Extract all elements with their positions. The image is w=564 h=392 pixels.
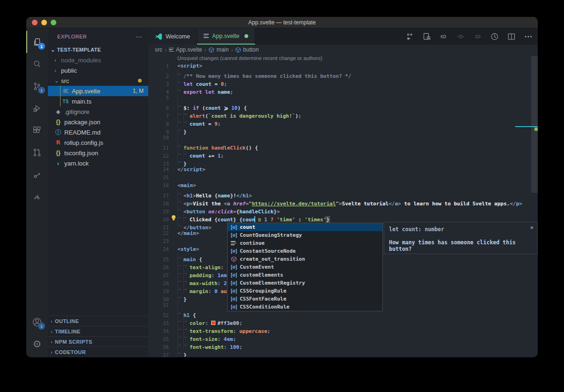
file-row-yarn-lock[interactable]: ◖yarn.lock (48, 158, 148, 168)
code-line-5[interactable]: 5 (148, 94, 538, 102)
close-window-button[interactable] (32, 20, 38, 25)
live-share-icon[interactable] (26, 163, 48, 185)
suggestion-continue[interactable]: continue (228, 239, 382, 247)
close-icon[interactable]: ✕ (530, 224, 534, 231)
code-line-36[interactable]: 36→→font-weight: 100; (148, 341, 538, 349)
tree-root-test-template[interactable]: ⌄ TEST-TEMPLATE (48, 45, 148, 55)
suggestion-create_out_transition[interactable]: create_out_transition (228, 255, 382, 263)
code-line-35[interactable]: 35→→font-size: 4em; (148, 333, 538, 341)
suggestion-cssfontfacerule[interactable]: [⊘]CSSFontFaceRule (228, 295, 382, 303)
code-line-6[interactable]: 6→$: if (count ⩾ 10) { (148, 102, 538, 110)
activity-bar: 111⚙ (26, 28, 48, 357)
file-row-rollup-config-js[interactable]: 𝗥rollup.config.js (48, 137, 148, 148)
hover-signature: let count: number (389, 226, 533, 233)
code-line-9[interactable]: 9→} (148, 126, 538, 134)
azure-icon[interactable] (26, 185, 48, 207)
code-line-12[interactable]: 12→→count += 1; (148, 150, 538, 158)
file-row-app-svelte[interactable]: App.svelte1, M (48, 86, 148, 96)
tree-indent-guide (60, 96, 61, 106)
file-row-src[interactable]: ⌄src (48, 75, 148, 86)
open-preview-icon[interactable] (422, 32, 432, 41)
breadcrumb-item-button[interactable]: button (235, 46, 259, 53)
code-line-20[interactable]: 20→→Clicked {count} {coun ≡ 1 ? 'time' :… (148, 213, 538, 221)
editor-scrollbar[interactable] (531, 55, 538, 357)
suggestion-label: CustomElementRegistry (240, 280, 305, 286)
color-swatch[interactable] (211, 321, 215, 325)
accounts-icon[interactable]: 1 (26, 311, 48, 333)
file-row-package-json[interactable]: {}package.json (48, 117, 148, 127)
code-line-14[interactable]: 14</script> (148, 166, 538, 173)
zoom-window-button[interactable] (51, 20, 56, 25)
github-pr-icon[interactable] (26, 141, 48, 163)
section-codetour[interactable]: ›CODETOUR (48, 347, 148, 357)
code-line-17[interactable]: 17→<h1>Hello {name}!</h1> (148, 189, 538, 197)
go-back-icon[interactable] (439, 32, 449, 41)
code-line-10[interactable]: 10 (148, 134, 538, 142)
minimize-window-button[interactable] (41, 20, 47, 25)
suggestion-countqueuingstrategy[interactable]: [⊘]CountQueuingStrategy (228, 231, 382, 239)
code-line-16[interactable]: 16<main> (148, 181, 538, 189)
search-icon[interactable] (26, 53, 48, 75)
explorer-more-actions-icon[interactable]: ⋯ (136, 33, 143, 40)
section-npm-scripts[interactable]: ›NPM SCRIPTS (48, 336, 148, 347)
suggestion-customelements[interactable]: [⊘]customElements (228, 271, 382, 279)
settings-icon[interactable]: ⚙ (26, 333, 48, 355)
file-row-public[interactable]: ›public (48, 65, 148, 75)
breadcrumb-item-main[interactable]: main (208, 46, 229, 53)
file-label: .gitignore (64, 108, 89, 115)
code-editor[interactable]: Unsaved changes (cannot determine recent… (148, 55, 538, 357)
tab-welcome[interactable]: Welcome (148, 28, 197, 45)
code-line-3[interactable]: 3→let count = 0; (148, 78, 538, 86)
code-line-34[interactable]: 34→→text-transform: uppercase; (148, 325, 538, 333)
file-label: yarn.lock (64, 160, 89, 167)
scrollbar-thumb[interactable] (531, 56, 538, 193)
split-editor-icon[interactable] (507, 32, 516, 41)
suggestion-cssconditionrule[interactable]: [⊘]CSSConditionRule (228, 303, 382, 311)
source-control-icon[interactable]: 1 (26, 75, 48, 97)
suggestion-cssgroupingrule[interactable]: [⊘]CSSGroupingRule (228, 287, 382, 295)
file-row-main-ts[interactable]: TSmain.ts (48, 96, 148, 106)
file-row-tsconfig-json[interactable]: {}tsconfig.json (48, 148, 148, 158)
more-actions-icon[interactable] (524, 32, 533, 41)
code-line-1[interactable]: 1<script> (148, 62, 538, 70)
run-debug-icon[interactable] (26, 97, 48, 119)
breadcrumb-separator: › (205, 47, 206, 53)
next-change-icon[interactable] (473, 32, 482, 41)
suggestion-customelementregistry[interactable]: [⊘]CustomElementRegistry (228, 279, 382, 287)
code-line-2[interactable]: 2→/** How many times has someone clicked… (148, 70, 538, 78)
code-line-19[interactable]: 19→<button on:click={handleClick}> (148, 205, 538, 213)
breadcrumb-item-app-svelte[interactable]: App.svelte (169, 46, 202, 53)
code-line-8[interactable]: 8→→count = 9; (148, 118, 538, 126)
breadcrumb[interactable]: src›App.svelte›main›button (148, 45, 538, 55)
file-row-node-modules[interactable]: ›node_modules (48, 55, 148, 65)
section-outline[interactable]: ›OUTLINE (48, 316, 148, 326)
file-row--gitignore[interactable]: ◆.gitignore (48, 106, 148, 117)
section-timeline[interactable]: ›TIMELINE (48, 326, 148, 336)
code-line-37[interactable]: 37→} (148, 349, 538, 357)
tab-bar: WelcomeApp.svelte (148, 28, 538, 45)
suggestion-customevent[interactable]: [⊘]CustomEvent (228, 263, 382, 271)
code-line-7[interactable]: 7→→alert(`count is dangerously high!`); (148, 110, 538, 118)
code-line-13[interactable]: 13→} (148, 158, 538, 166)
tab-app-svelte[interactable]: App.svelte (197, 28, 255, 45)
code-line-15[interactable]: 15 (148, 173, 538, 181)
suggestion-constantsourcenode[interactable]: [⊘]ConstantSourceNode (228, 247, 382, 255)
file-label: node_modules (61, 57, 101, 64)
compare-changes-icon[interactable] (405, 32, 415, 41)
suggestion-label: ConstantSourceNode (240, 248, 296, 254)
code-line-33[interactable]: 33→→color: #ff3e00; (148, 317, 538, 325)
file-row-readme-md[interactable]: iREADME.md (48, 127, 148, 137)
code-line-11[interactable]: 11→function handleClick() { (148, 142, 538, 150)
timeline-icon[interactable] (490, 32, 499, 41)
code-line-18[interactable]: 18→<p>Visit the <a href="https://svelte.… (148, 197, 538, 205)
breadcrumb-item-src[interactable]: src (155, 46, 162, 53)
gitignore-file-icon: ◆ (54, 109, 62, 115)
variable-symbol-icon: [⊘] (229, 288, 238, 294)
title-bar[interactable]: App.svelte — test-template (26, 17, 538, 28)
explorer-icon[interactable]: 1 (26, 31, 48, 53)
suggestion-count[interactable]: [⊘]count (228, 223, 382, 231)
extensions-icon[interactable] (26, 119, 48, 141)
suggestion-label: CSSGroupingRule (240, 288, 286, 294)
prev-change-icon[interactable] (456, 32, 465, 41)
code-line-4[interactable]: 4→export let name; (148, 86, 538, 94)
